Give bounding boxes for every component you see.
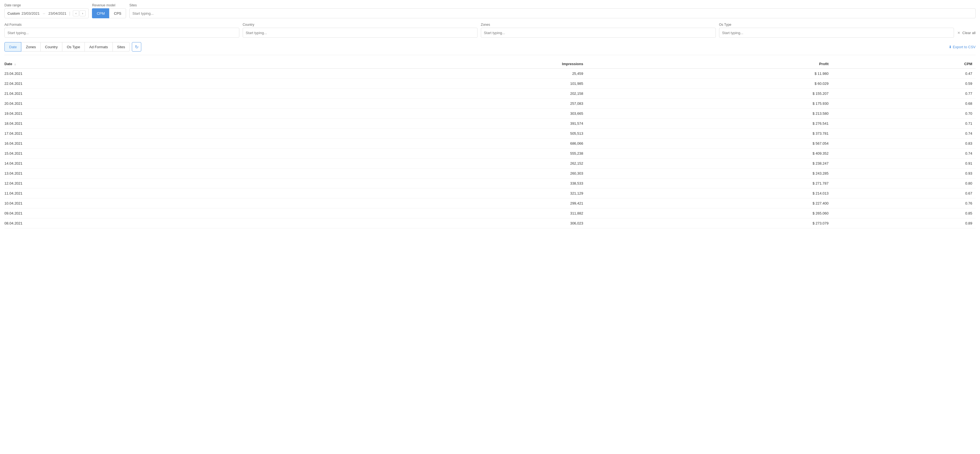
cell-date: 09.04.2021 [5,209,275,218]
sites-input[interactable] [129,8,975,18]
zones-input[interactable] [481,28,716,38]
cell-profit: $ 567.054 [586,139,832,148]
table-row: 15.04.2021555,238$ 409.3520.74 [5,148,975,159]
table-row: 23.04.202125,459$ 11.9800.47 [5,68,975,79]
filter-row-1: Date range Custom 23/03/2021 – 23/04/202… [5,3,975,18]
cell-profit: $ 155.207 [586,89,832,99]
ad-formats-label: Ad Formats [5,23,239,27]
cell-cpm: 0.80 [832,178,975,188]
data-table: Date ↓ Impressions Profit CPM 23.04.2021… [5,60,975,228]
date-prev-btn[interactable]: ‹ [73,10,79,16]
tab-os-type[interactable]: Os Type [62,42,85,51]
cell-date: 17.04.2021 [5,129,275,139]
cell-profit: $ 60.029 [586,79,832,89]
cell-impressions: 555,238 [275,148,587,159]
groupby-row: Date Zones Country Os Type Ad Formats Si… [5,42,975,55]
table-row: 11.04.2021321,129$ 214.0130.67 [5,188,975,198]
cell-cpm: 0.70 [832,109,975,119]
table-row: 21.04.2021202,158$ 155.2070.77 [5,89,975,99]
revenue-model-group: Revenue model CPM CPS [92,3,126,18]
cell-date: 14.04.2021 [5,159,275,169]
tab-zones[interactable]: Zones [21,42,40,51]
cell-date: 22.04.2021 [5,79,275,89]
ad-formats-input[interactable] [5,28,239,38]
cell-impressions: 338,533 [275,178,587,188]
cell-date: 23.04.2021 [5,68,275,79]
os-type-input[interactable] [719,28,954,38]
table-row: 19.04.2021303,665$ 213.5800.70 [5,109,975,119]
table-row: 22.04.2021101,985$ 60.0290.59 [5,79,975,89]
country-label: Country [243,23,477,27]
cell-cpm: 0.74 [832,148,975,159]
cell-profit: $ 373.781 [586,129,832,139]
cell-profit: $ 265.060 [586,209,832,218]
refresh-icon: ↻ [135,45,138,49]
cell-profit: $ 214.013 [586,188,832,198]
cell-profit: $ 276.541 [586,119,832,129]
export-csv-btn[interactable]: ⬇ Export to CSV [949,45,975,49]
refresh-btn[interactable]: ↻ [132,42,141,51]
cell-date: 08.04.2021 [5,218,275,228]
clear-all-label: Clear all [962,31,975,35]
date-next-btn[interactable]: › [80,10,86,16]
cell-profit: $ 243.285 [586,169,832,178]
col-header-profit: Profit [586,60,832,68]
cell-impressions: 311,882 [275,209,587,218]
cell-profit: $ 227.400 [586,198,832,209]
cps-btn[interactable]: CPS [109,8,126,18]
cell-date: 19.04.2021 [5,109,275,119]
cell-impressions: 321,129 [275,188,587,198]
table-row: 14.04.2021262,152$ 238.2470.91 [5,159,975,169]
cell-date: 18.04.2021 [5,119,275,129]
cell-impressions: 25,459 [275,68,587,79]
filter-row-2: Ad Formats Country Zones Os Type ✕ Clear… [5,23,975,38]
page-container: Date range Custom 23/03/2021 – 23/04/202… [0,0,980,232]
clear-all-btn[interactable]: ✕ Clear all [957,29,975,37]
zones-label: Zones [481,23,716,27]
cell-date: 15.04.2021 [5,148,275,159]
date-range-label: Date range [5,3,89,7]
tab-ad-formats[interactable]: Ad Formats [85,42,113,51]
cell-cpm: 0.47 [832,68,975,79]
cell-cpm: 0.67 [832,188,975,198]
tab-date[interactable]: Date [5,42,21,51]
table-row: 13.04.2021260,303$ 243.2850.93 [5,169,975,178]
date-end: 23/04/2021 [48,11,67,16]
cell-impressions: 257,083 [275,99,587,109]
cell-date: 12.04.2021 [5,178,275,188]
col-header-impressions: Impressions [275,60,587,68]
date-separator: – [43,11,45,16]
cell-profit: $ 175.930 [586,99,832,109]
cell-impressions: 306,023 [275,218,587,228]
export-icon: ⬇ [949,45,952,49]
date-range-control[interactable]: Custom 23/03/2021 – 23/04/2021 | ‹ › [5,8,89,18]
cell-impressions: 303,665 [275,109,587,119]
country-group: Country [243,23,477,38]
cell-profit: $ 273.079 [586,218,832,228]
sites-group: Sites [129,3,975,18]
table-row: 08.04.2021306,023$ 273.0790.89 [5,218,975,228]
table-header-row: Date ↓ Impressions Profit CPM [5,60,975,68]
sort-icon-date: ↓ [14,62,16,66]
table-row: 12.04.2021338,533$ 271.7870.80 [5,178,975,188]
cell-profit: $ 238.247 [586,159,832,169]
cell-profit: $ 213.580 [586,109,832,119]
ad-formats-group: Ad Formats [5,23,239,38]
date-nav: ‹ › [73,10,86,16]
col-header-cpm: CPM [832,60,975,68]
table-row: 17.04.2021505,513$ 373.7810.74 [5,129,975,139]
cell-cpm: 0.74 [832,129,975,139]
cell-date: 20.04.2021 [5,99,275,109]
col-header-date[interactable]: Date ↓ [5,60,275,68]
date-pipe: | [69,11,70,16]
cell-date: 13.04.2021 [5,169,275,178]
tab-sites[interactable]: Sites [113,42,130,51]
country-input[interactable] [243,28,477,38]
cell-impressions: 260,303 [275,169,587,178]
cell-cpm: 0.93 [832,169,975,178]
cell-impressions: 262,152 [275,159,587,169]
tab-country[interactable]: Country [41,42,63,51]
table-row: 18.04.2021391,574$ 276.5410.71 [5,119,975,129]
cpm-btn[interactable]: CPM [92,8,109,18]
cell-cpm: 0.71 [832,119,975,129]
